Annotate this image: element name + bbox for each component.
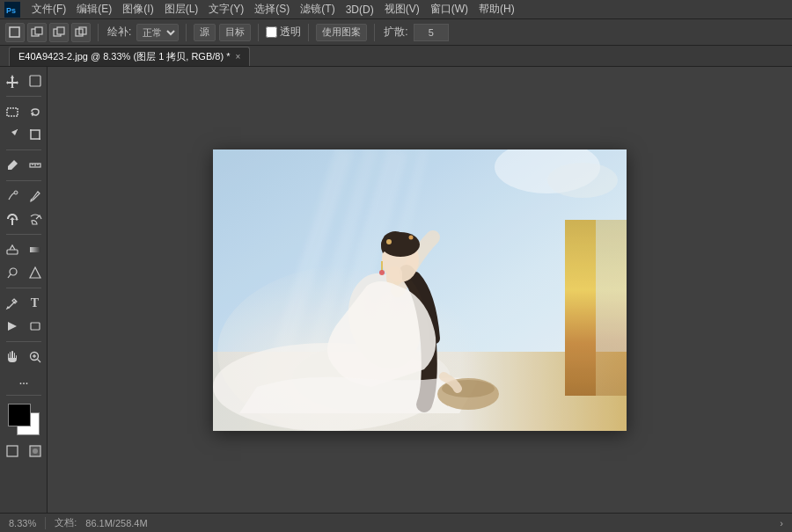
status-bar: 8.33% 文档: 86.1M/258.4M ›: [0, 513, 792, 532]
transparent-label: 透明: [280, 25, 301, 40]
standard-mode-btn[interactable]: [2, 441, 23, 462]
menu-type[interactable]: 文字(Y): [203, 0, 249, 18]
tool-row-mask: [0, 441, 47, 462]
tool-row-2: [0, 101, 47, 122]
gradient-btn[interactable]: [25, 239, 46, 260]
expand-label: 扩散:: [384, 25, 407, 40]
tool-sep-6: [6, 341, 41, 342]
tool-sep-4: [6, 234, 41, 235]
svg-rect-11: [7, 108, 18, 116]
tool-sep-1: [6, 96, 41, 97]
svg-marker-21: [30, 267, 40, 278]
tool-row-7: [0, 239, 47, 260]
dodge-btn[interactable]: [2, 262, 23, 283]
svg-point-20: [10, 268, 17, 275]
brush-btn[interactable]: [25, 186, 46, 207]
tool-row-9: T: [0, 293, 47, 314]
separator-1: [98, 24, 99, 41]
toolbar: T ...: [0, 67, 48, 513]
status-arrow[interactable]: ›: [780, 518, 783, 528]
subtract-selection-btn[interactable]: [49, 23, 69, 42]
menu-edit[interactable]: 编辑(E): [71, 0, 117, 18]
document-tab[interactable]: E40A9423-2.jpg @ 8.33% (图层 1 拷贝, RGB/8) …: [9, 47, 250, 66]
image-canvas: [213, 149, 627, 431]
tool-row-12: ...: [0, 369, 47, 390]
options-bar: 绘补: 正常 源 目标 透明 使用图案 扩散:: [0, 19, 792, 46]
svg-rect-52: [213, 149, 627, 431]
menu-select[interactable]: 选择(S): [249, 0, 295, 18]
tool-sep-7: [6, 395, 41, 396]
menu-window[interactable]: 窗口(W): [425, 0, 473, 18]
svg-point-17: [14, 191, 18, 194]
ruler-btn[interactable]: [25, 155, 46, 176]
tool-row-5: [0, 186, 47, 207]
menu-view[interactable]: 视图(V): [379, 0, 425, 18]
zoom-level: 8.33%: [9, 518, 36, 528]
target-btn[interactable]: 目标: [219, 24, 251, 41]
eraser-btn[interactable]: [2, 239, 23, 260]
tool-sep-3: [6, 180, 41, 181]
text-btn[interactable]: T: [25, 293, 46, 314]
pen-btn[interactable]: [2, 293, 23, 314]
color-swatches[interactable]: [8, 404, 40, 435]
mode-options: [5, 23, 91, 42]
menu-file[interactable]: 文件(F): [26, 0, 71, 18]
svg-line-12: [16, 129, 18, 131]
svg-rect-19: [30, 247, 40, 252]
shape-btn[interactable]: [25, 316, 46, 337]
mode-select[interactable]: 正常: [136, 24, 179, 41]
main-area: T ...: [0, 67, 792, 513]
spot-healing-btn[interactable]: [2, 186, 23, 207]
svg-rect-27: [7, 446, 18, 456]
menu-help[interactable]: 帮助(H): [473, 0, 520, 18]
eyedropper-btn[interactable]: [2, 155, 23, 176]
doc-size: 86.1M/258.4M: [85, 518, 147, 528]
status-sep-1: [45, 517, 46, 529]
svg-point-29: [33, 448, 38, 454]
history-brush-btn[interactable]: [25, 208, 46, 230]
tab-close-btn[interactable]: ×: [235, 52, 240, 62]
svg-rect-22: [31, 323, 40, 330]
separator-5: [374, 24, 375, 41]
intersect-selection-btn[interactable]: [71, 23, 91, 42]
crop-btn[interactable]: [25, 124, 46, 145]
tool-row-8: [0, 262, 47, 283]
expand-input[interactable]: [414, 24, 449, 41]
more-tools-btn[interactable]: ...: [13, 369, 34, 390]
tool-sep-5: [6, 288, 41, 288]
tool-row-1: [0, 70, 47, 91]
svg-rect-6: [57, 27, 64, 34]
svg-line-24: [37, 360, 40, 363]
svg-rect-4: [35, 27, 42, 34]
sharpen-btn[interactable]: [25, 262, 46, 283]
tool-row-11: [0, 346, 47, 368]
menu-filter[interactable]: 滤镜(T): [295, 0, 340, 18]
canvas-area: [48, 67, 792, 513]
rect-select-btn[interactable]: [2, 101, 23, 122]
svg-rect-18: [7, 250, 18, 254]
path-select-btn[interactable]: [2, 316, 23, 337]
new-selection-btn[interactable]: [5, 23, 25, 42]
menu-layer[interactable]: 图层(L): [159, 0, 204, 18]
clone-stamp-btn[interactable]: [2, 208, 23, 230]
source-btn[interactable]: 源: [194, 24, 216, 41]
quickmask-btn[interactable]: [25, 441, 46, 462]
menu-3d[interactable]: 3D(D): [341, 2, 379, 18]
transparent-checkbox[interactable]: [266, 26, 277, 38]
add-selection-btn[interactable]: [27, 23, 47, 42]
lasso-btn[interactable]: [25, 101, 46, 122]
mode-label: 绘补:: [107, 25, 131, 40]
tab-bar: E40A9423-2.jpg @ 8.33% (图层 1 拷贝, RGB/8) …: [0, 46, 792, 67]
zoom-btn[interactable]: [25, 346, 46, 368]
magic-wand-btn[interactable]: [2, 124, 23, 145]
svg-rect-2: [10, 27, 19, 37]
menu-image[interactable]: 图像(I): [117, 0, 158, 18]
tool-row-6: [0, 208, 47, 230]
tool-row-4: [0, 155, 47, 176]
foreground-color[interactable]: [8, 404, 31, 426]
move-tool-btn[interactable]: [2, 70, 23, 91]
artboard-tool-btn[interactable]: [25, 70, 46, 91]
hand-btn[interactable]: [2, 346, 23, 368]
use-image-btn[interactable]: 使用图案: [316, 24, 367, 41]
tool-sep-2: [6, 149, 41, 150]
